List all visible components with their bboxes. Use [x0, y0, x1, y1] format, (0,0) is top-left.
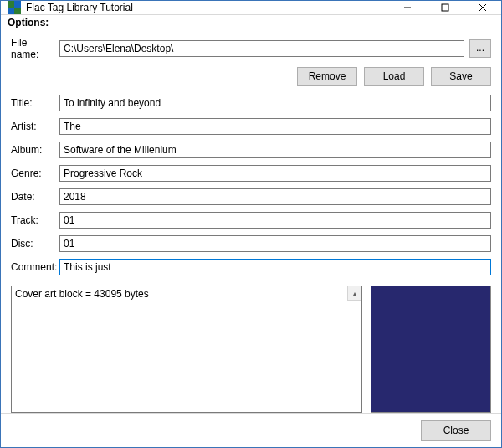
options-menu[interactable]: Options: — [8, 17, 49, 28]
file-name-row: File name: ... — [11, 37, 491, 60]
cover-art-preview — [371, 286, 491, 413]
comment-label: Comment: — [11, 261, 59, 273]
genre-row: Genre: — [11, 165, 491, 182]
titlebar: Flac Tag Library Tutorial — [1, 1, 501, 15]
artist-row: Artist: — [11, 118, 491, 135]
cover-art-listbox[interactable]: Cover art block = 43095 bytes ▴ — [11, 286, 362, 413]
title-label: Title: — [11, 97, 59, 109]
file-name-input[interactable] — [59, 40, 464, 57]
disc-label: Disc: — [11, 238, 59, 250]
album-input[interactable] — [59, 142, 491, 158]
track-row: Track: — [11, 212, 491, 229]
lower-panel: Cover art block = 43095 bytes ▴ — [11, 286, 491, 413]
artist-input[interactable] — [59, 118, 491, 135]
chevron-up-icon: ▴ — [353, 290, 356, 297]
track-input[interactable] — [59, 212, 491, 229]
file-name-label: File name: — [11, 37, 59, 60]
genre-label: Genre: — [11, 167, 59, 179]
close-window-button[interactable] — [464, 1, 501, 14]
date-row: Date: — [11, 188, 491, 205]
disc-row: Disc: — [11, 235, 491, 252]
close-button[interactable]: Close — [421, 420, 491, 441]
content-area: File name: ... Remove Load Save Title: A… — [1, 32, 501, 413]
save-button[interactable]: Save — [431, 67, 491, 86]
scroll-up-button[interactable]: ▴ — [347, 286, 361, 301]
album-label: Album: — [11, 144, 59, 156]
date-input[interactable] — [59, 188, 491, 205]
window-title: Flac Tag Library Tutorial — [26, 2, 388, 13]
track-label: Track: — [11, 214, 59, 226]
menubar: Options: — [1, 15, 501, 32]
load-button[interactable]: Load — [364, 67, 424, 86]
maximize-button[interactable] — [426, 1, 464, 14]
disc-input[interactable] — [59, 235, 491, 252]
remove-button[interactable]: Remove — [297, 67, 357, 86]
app-icon — [8, 1, 21, 14]
artist-label: Artist: — [11, 121, 59, 132]
footer: Close — [1, 413, 501, 448]
album-row: Album: — [11, 142, 491, 158]
title-input[interactable] — [59, 95, 491, 111]
window-controls — [388, 1, 501, 14]
minimize-icon — [403, 3, 412, 12]
comment-row: Comment: — [11, 259, 491, 275]
svg-rect-1 — [442, 4, 448, 11]
list-item[interactable]: Cover art block = 43095 bytes — [15, 288, 358, 300]
action-button-row: Remove Load Save — [11, 67, 491, 86]
maximize-icon — [441, 3, 449, 12]
browse-button[interactable]: ... — [469, 39, 491, 58]
minimize-button[interactable] — [388, 1, 426, 14]
date-label: Date: — [11, 191, 59, 203]
title-row: Title: — [11, 95, 491, 111]
genre-input[interactable] — [59, 165, 491, 182]
comment-input[interactable] — [59, 259, 491, 275]
app-window: Flac Tag Library Tutorial Options: File … — [0, 0, 502, 448]
close-icon — [479, 3, 487, 12]
